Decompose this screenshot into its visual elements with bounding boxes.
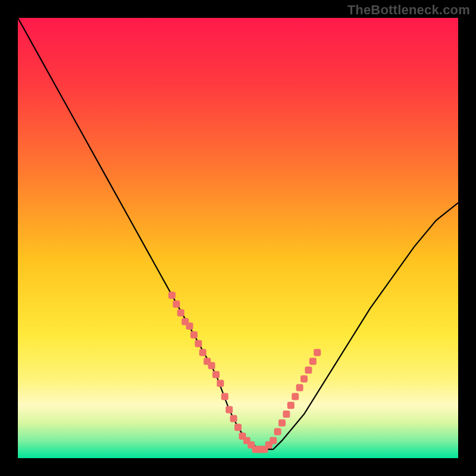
plot-svg xyxy=(18,18,458,458)
highlight-point xyxy=(226,406,233,414)
highlight-point xyxy=(195,340,202,347)
highlight-point xyxy=(190,331,198,339)
highlight-point xyxy=(173,300,180,308)
highlight-point xyxy=(314,349,321,356)
highlight-point xyxy=(296,384,303,392)
highlight-point xyxy=(305,367,312,374)
chart-container: TheBottleneck.com xyxy=(0,0,476,476)
highlight-point xyxy=(309,358,317,365)
highlight-point xyxy=(292,393,299,400)
highlight-point xyxy=(168,292,176,299)
highlight-point xyxy=(300,375,308,383)
highlight-point xyxy=(234,424,242,431)
highlight-point xyxy=(217,380,224,387)
highlight-point xyxy=(177,309,184,317)
highlight-point xyxy=(186,322,193,330)
gradient-background xyxy=(18,18,458,458)
highlight-point xyxy=(212,371,220,378)
highlight-point xyxy=(230,415,237,422)
highlight-point xyxy=(208,362,215,369)
highlight-point xyxy=(199,349,206,356)
highlight-point xyxy=(270,437,277,444)
plot-area xyxy=(18,18,458,458)
highlight-point xyxy=(221,393,228,400)
watermark-text: TheBottleneck.com xyxy=(347,2,470,18)
highlight-point xyxy=(283,411,290,418)
highlight-point xyxy=(287,402,295,409)
highlight-point xyxy=(274,428,281,436)
highlight-point xyxy=(278,419,286,427)
